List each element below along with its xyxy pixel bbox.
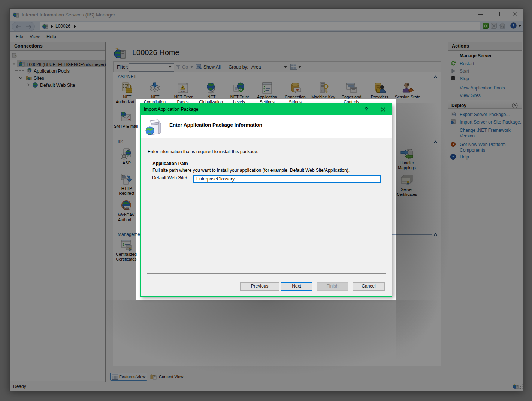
svg-text:?: ? (452, 155, 454, 159)
svg-text:?: ? (513, 23, 515, 28)
svg-text:ab: ab (296, 88, 299, 92)
svg-text:404: 404 (181, 90, 185, 93)
svg-text:DAV: DAV (124, 206, 130, 209)
